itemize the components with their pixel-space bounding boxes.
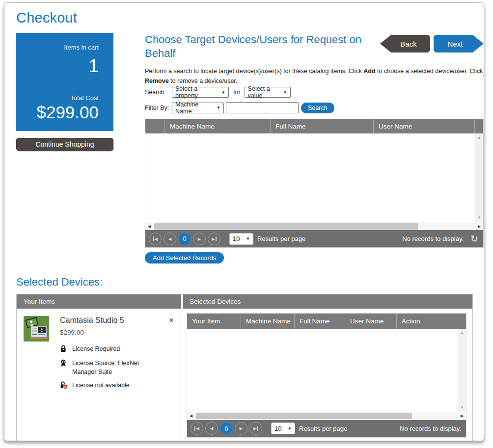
page-size-value: 10 — [274, 425, 281, 432]
continue-shopping-button[interactable]: Continue Shopping — [16, 138, 113, 151]
scrollbar-track[interactable] — [153, 223, 475, 230]
selected-devices-panel-header: Selected Devices — [183, 294, 472, 309]
vertical-scrollbar[interactable]: ▲ ▼ — [475, 133, 483, 222]
items-in-cart-count: 1 — [21, 56, 99, 77]
horizontal-scrollbar[interactable]: ◀ ▶ — [187, 412, 466, 420]
wizard-heading: Choose Target Devices/Users for Request … — [145, 33, 366, 60]
spacer-column-header — [426, 314, 458, 329]
results-per-page-label: Results per page — [299, 425, 347, 432]
first-page-button[interactable]: ◀ — [191, 422, 203, 435]
total-cost-label: Total Cost — [21, 94, 99, 102]
scrollbar-thumb[interactable] — [196, 413, 412, 419]
add-selected-records-button[interactable]: Add Selected Records — [145, 252, 224, 264]
spacer-column-header — [475, 119, 483, 133]
next-page-button[interactable]: ▶ — [235, 422, 247, 435]
camtasia-app-icon — [24, 316, 49, 342]
wizard-column: Choose Target Devices/Users for Request … — [145, 33, 484, 264]
vertical-scrollbar[interactable]: ▲ ▼ — [458, 329, 466, 412]
checkout-page: Checkout Items in cart 1 Total Cost $299… — [4, 2, 484, 441]
cart-item-title-row: Camtasia Studio 5 × — [60, 316, 175, 325]
results-per-page-label: Results per page — [257, 235, 305, 242]
scrollbar-track[interactable] — [195, 413, 458, 419]
column-header-user-name[interactable]: User Name — [374, 119, 475, 133]
results-grid-body: ▲ ▼ — [145, 133, 483, 222]
current-page-indicator[interactable]: 0 — [220, 422, 233, 435]
license-required-badge: License Required — [60, 344, 175, 354]
for-label: for — [233, 89, 241, 96]
selected-grid-header: Your Item Machine Name Full Name User Na… — [187, 314, 466, 329]
remove-item-icon[interactable]: × — [168, 316, 175, 324]
last-page-button[interactable]: ▶ — [208, 233, 220, 245]
lock-icon — [60, 344, 68, 354]
next-page-button[interactable]: ▶ — [193, 233, 206, 245]
search-row: Search Select a property ▼ for Select a … — [145, 87, 484, 98]
instruction-part-3: to remove a device/user. — [169, 78, 238, 84]
property-select-value: Select a property — [175, 85, 217, 99]
page-size-select[interactable]: 10 ▼ — [271, 422, 295, 434]
page-size-select[interactable]: 10 ▼ — [229, 233, 253, 245]
chevron-down-icon: ▼ — [246, 237, 250, 241]
results-status-text: No records to display. — [402, 235, 464, 242]
scrollbar-column-header — [458, 314, 466, 329]
column-header-action[interactable]: Action — [397, 314, 426, 329]
column-header-machine-name[interactable]: Machine Name — [241, 314, 295, 329]
back-button[interactable]: Back — [380, 35, 430, 53]
license-unavailable-text: License not available — [72, 381, 130, 391]
column-header-user-name[interactable]: User Name — [345, 314, 397, 329]
selected-devices-heading: Selected Devices: — [16, 275, 473, 289]
instruction-remove-word: Remove — [145, 78, 169, 84]
scrollbar-thumb[interactable] — [154, 223, 418, 230]
back-button-label: Back — [400, 40, 416, 48]
scroll-right-icon[interactable]: ▶ — [458, 414, 466, 418]
search-results-grid: Machine Name Full Name User Name ▲ ▼ ◀ ▶ — [145, 119, 484, 248]
scroll-up-icon[interactable]: ▲ — [460, 331, 464, 335]
cart-summary-card: Items in cart 1 Total Cost $299.00 — [16, 33, 113, 131]
scroll-down-icon[interactable]: ▼ — [477, 215, 481, 220]
cart-item: Camtasia Studio 5 × $299.00 — [24, 316, 175, 395]
cart-item-details: Camtasia Studio 5 × $299.00 — [60, 316, 175, 395]
column-header-full-name[interactable]: Full Name — [271, 119, 374, 133]
cart-summary-column: Items in cart 1 Total Cost $299.00 Conti… — [16, 33, 113, 151]
first-page-button[interactable]: ◀ — [149, 233, 162, 245]
value-select[interactable]: Select a value ▼ — [245, 87, 291, 98]
current-page-indicator[interactable]: 0 — [178, 233, 191, 245]
column-header-machine-name[interactable]: Machine Name — [165, 119, 271, 133]
search-label: Search — [145, 89, 172, 96]
column-header-your-item[interactable]: Your Item — [187, 314, 241, 329]
lock-error-icon — [60, 381, 68, 391]
scroll-down-icon[interactable]: ▼ — [460, 405, 464, 410]
next-button[interactable]: Next — [434, 35, 484, 53]
scroll-left-icon[interactable]: ◀ — [145, 224, 153, 229]
license-unavailable-badge: License not available — [60, 381, 175, 391]
scroll-up-icon[interactable]: ▲ — [477, 135, 481, 140]
license-badges: License Required Li — [60, 344, 175, 391]
results-grid-header: Machine Name Full Name User Name — [145, 119, 483, 133]
panel-header-bars: Your Items Selected Devices — [17, 294, 472, 309]
license-source-text: License Source: FlexNet Manager Suite — [72, 359, 146, 376]
license-source-badge: License Source: FlexNet Manager Suite — [60, 359, 175, 376]
filter-text-input[interactable] — [226, 102, 299, 113]
license-required-text: License Required — [72, 344, 120, 354]
total-cost-value: $299.00 — [21, 103, 99, 122]
filter-search-button[interactable]: Search — [301, 103, 334, 113]
property-select[interactable]: Select a property ▼ — [172, 87, 229, 98]
results-status-text: No records to display. — [400, 425, 461, 432]
filter-field-select[interactable]: Machine Name ▼ — [172, 103, 224, 113]
previous-page-button[interactable]: ◀ — [205, 422, 218, 435]
items-in-cart-label: Items in cart — [21, 44, 99, 51]
next-button-label: Next — [448, 40, 463, 48]
your-items-header: Your Items — [17, 294, 181, 309]
page-title: Checkout — [16, 10, 473, 26]
last-page-button[interactable]: ▶ — [249, 422, 262, 435]
previous-page-button[interactable]: ◀ — [164, 233, 176, 245]
selected-pager-bar: ◀ ◀ 0 ▶ ▶ 10 ▼ Results per page No recor… — [187, 420, 466, 437]
column-header-full-name[interactable]: Full Name — [295, 314, 345, 329]
scroll-left-icon[interactable]: ◀ — [187, 414, 195, 418]
refresh-icon[interactable]: ↻ — [470, 234, 478, 243]
wizard-header: Choose Target Devices/Users for Request … — [145, 33, 484, 60]
chevron-down-icon: ▼ — [217, 105, 220, 110]
scroll-right-icon[interactable]: ▶ — [475, 224, 483, 229]
instruction-text: Perform a search to locate target device… — [145, 66, 484, 86]
chevron-down-icon: ▼ — [288, 426, 292, 431]
horizontal-scrollbar[interactable]: ◀ ▶ — [145, 222, 483, 230]
